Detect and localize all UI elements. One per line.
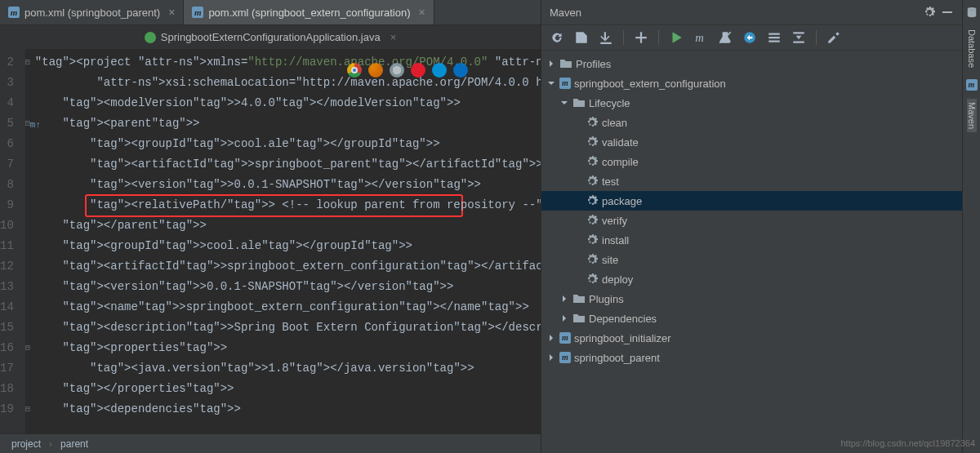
code-line[interactable]: "tag"><modelVersion"tag">>4.0.0"tag"></m… [35,93,541,113]
reimport-icon[interactable] [742,30,757,45]
code-line[interactable]: "attr-ns">xsi:schemaLocation="http://mav… [35,73,541,93]
code-line[interactable]: "tag"><artifactId"tag">>springboot_paren… [35,154,541,175]
code-line[interactable]: "tag"><properties"tag">> [35,338,541,358]
maven-file-icon: m [8,7,20,18]
code-editor[interactable]: 2345678910111213141516171819m↑ ⊟⊟⊟⊟ "tag… [0,49,541,433]
editor-subtabs: SpringbootExternConfigurationApplication… [0,24,541,49]
code-line[interactable]: "tag"><groupId"tag">>cool.ale"tag"></gro… [35,134,541,154]
separator [658,30,659,45]
phase-package[interactable]: package [541,191,962,211]
maven-icon: m [966,79,978,91]
project-node[interactable]: mspringboot_extern_configuration [541,73,962,93]
code-line[interactable]: "tag"><project "attr-ns">xmlns="http://m… [35,52,541,73]
gear-icon[interactable] [923,6,936,19]
lifecycle-node[interactable]: Lifecycle [541,93,962,113]
right-tool-rail: Database m Maven [962,0,980,453]
generate-sources-icon[interactable] [574,30,589,45]
code-line[interactable]: "tag"><artifactId"tag">>springboot_exter… [35,256,541,277]
maven-file-icon: m [192,7,203,18]
phase-verify[interactable]: verify [541,211,962,230]
refresh-icon[interactable] [550,30,564,45]
svg-text:m: m [695,31,704,44]
plus-icon[interactable] [634,30,648,45]
rail-maven[interactable]: Maven [967,99,977,132]
java-class-icon [145,32,156,43]
phase-deploy[interactable]: deploy [541,269,962,289]
editor-tabs: m pom.xml (springboot_parent) × m pom.xm… [0,0,541,24]
breadcrumb: project › parent [0,433,541,453]
maven-header: Maven [541,0,962,24]
separator [623,30,624,45]
breadcrumb-item[interactable]: project [11,438,41,450]
database-icon [966,7,978,18]
code-line[interactable]: "tag"></properties"tag">> [35,379,541,399]
maven-tool-window: Maven m Profilesmspringboot_extern_confi… [541,0,962,453]
phase-validate[interactable]: validate [541,132,962,152]
maven-run-icon[interactable]: m [693,30,708,45]
code-line[interactable]: "tag"><description"tag">>Spring Boot Ext… [35,318,541,338]
tab-pom-extern[interactable]: m pom.xml (springboot_extern_configurati… [184,0,434,24]
close-icon[interactable]: × [168,6,175,19]
code-line[interactable]: "tag"></parent"tag">> [35,215,541,236]
code-line[interactable]: "tag"><java.version"tag">>1.8"tag"></jav… [35,358,541,379]
code-content[interactable]: "tag"><project "attr-ns">xmlns="http://m… [30,49,541,433]
separator [816,30,817,45]
line-number-gutter: 2345678910111213141516171819m↑ [0,49,25,433]
project-springboot_initializer[interactable]: mspringboot_initializer [541,328,962,348]
subtab-label: SpringbootExternConfigurationApplication… [161,31,381,43]
profiles-node[interactable]: Profiles [541,54,962,73]
code-line[interactable]: "tag"><relativePath/"tag">> <!-- lookup … [35,195,541,215]
tab-label: pom.xml (springboot_parent) [24,7,160,19]
show-dependencies-icon[interactable] [767,30,782,45]
phase-compile[interactable]: compile [541,152,962,171]
svg-rect-0 [942,11,952,13]
close-icon[interactable]: × [419,6,425,19]
dependencies-node[interactable]: Dependencies [541,309,962,328]
tab-pom-parent[interactable]: m pom.xml (springboot_parent) × [0,0,184,24]
code-line[interactable]: "tag"><name"tag">>springboot_extern_conf… [35,297,541,318]
toggle-skip-tests-icon[interactable] [718,30,733,45]
phase-test[interactable]: test [541,171,962,191]
breadcrumb-item[interactable]: parent [60,438,88,450]
code-line[interactable]: "tag"><version"tag">>0.0.1-SNAPSHOT"tag"… [35,175,541,195]
maven-tree[interactable]: Profilesmspringboot_extern_configuration… [541,51,962,453]
phase-site[interactable]: site [541,250,962,269]
close-icon[interactable]: × [390,31,397,43]
code-line[interactable]: "tag"><dependencies"tag">> [35,399,541,420]
phase-clean[interactable]: clean [541,113,962,132]
tab-label: pom.xml (springboot_extern_configuration… [208,7,410,19]
code-line[interactable]: "tag"><parent"tag">> [35,113,541,134]
download-icon[interactable] [599,30,613,45]
settings-icon[interactable] [826,30,841,45]
code-line[interactable]: "tag"><groupId"tag">>cool.ale"tag"></gro… [35,236,541,256]
plugins-node[interactable]: Plugins [541,289,962,309]
minimize-icon[interactable] [941,6,954,19]
rail-database[interactable]: Database [967,26,977,71]
collapse-icon[interactable] [791,30,806,45]
phase-install[interactable]: install [541,230,962,250]
maven-toolbar: m [541,24,962,51]
editor-pane: m pom.xml (springboot_parent) × m pom.xm… [0,0,541,453]
project-springboot_parent[interactable]: mspringboot_parent [541,348,962,367]
subtab-java-file[interactable]: SpringbootExternConfigurationApplication… [0,25,541,49]
code-line[interactable]: "tag"><version"tag">>0.0.1-SNAPSHOT"tag"… [35,277,541,297]
watermark: https://blog.csdn.net/qcl19872364 [840,438,975,448]
maven-title: Maven [550,7,918,19]
run-icon[interactable] [669,30,684,45]
chevron-right-icon: › [49,438,52,450]
